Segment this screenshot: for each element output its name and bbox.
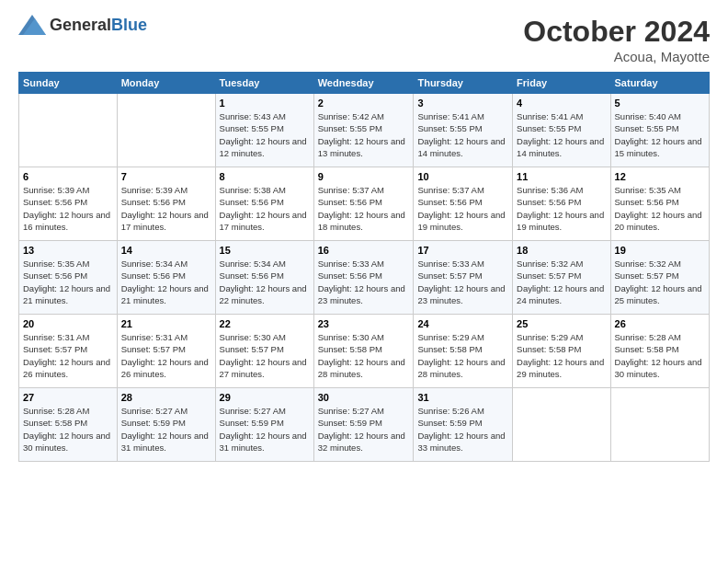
calendar-cell [117, 94, 215, 167]
day-number: 21 [121, 318, 211, 329]
day-number: 25 [517, 318, 606, 329]
day-info: Sunrise: 5:41 AMSunset: 5:55 PMDaylight:… [417, 110, 508, 159]
day-info: Sunrise: 5:29 AMSunset: 5:58 PMDaylight:… [517, 331, 606, 380]
day-info: Sunrise: 5:43 AMSunset: 5:55 PMDaylight:… [220, 110, 310, 159]
day-number: 15 [220, 245, 310, 256]
day-info: Sunrise: 5:35 AMSunset: 5:56 PMDaylight:… [615, 184, 705, 233]
day-info: Sunrise: 5:26 AMSunset: 5:59 PMDaylight:… [417, 405, 508, 454]
day-info: Sunrise: 5:42 AMSunset: 5:55 PMDaylight:… [318, 110, 410, 159]
day-number: 1 [220, 98, 310, 109]
day-number: 12 [615, 171, 705, 182]
day-info: Sunrise: 5:27 AMSunset: 5:59 PMDaylight:… [220, 405, 310, 454]
day-info: Sunrise: 5:32 AMSunset: 5:57 PMDaylight:… [615, 258, 705, 306]
day-number: 31 [417, 392, 508, 403]
calendar-cell: 5Sunrise: 5:40 AMSunset: 5:55 PMDaylight… [610, 94, 709, 167]
calendar-cell: 9Sunrise: 5:37 AMSunset: 5:56 PMDaylight… [313, 167, 414, 241]
weekday-header: Saturday [610, 73, 709, 94]
day-info: Sunrise: 5:28 AMSunset: 5:58 PMDaylight:… [615, 331, 705, 380]
day-number: 6 [23, 171, 113, 182]
calendar-cell: 2Sunrise: 5:42 AMSunset: 5:55 PMDaylight… [313, 94, 414, 167]
calendar-cell: 11Sunrise: 5:36 AMSunset: 5:56 PMDayligh… [513, 167, 610, 241]
calendar-week-row: 1Sunrise: 5:43 AMSunset: 5:55 PMDaylight… [19, 94, 710, 167]
calendar-cell: 21Sunrise: 5:31 AMSunset: 5:57 PMDayligh… [117, 315, 215, 388]
calendar-cell: 8Sunrise: 5:38 AMSunset: 5:56 PMDaylight… [215, 167, 313, 241]
header: GeneralBlue October 2024 Acoua, Mayotte [18, 15, 710, 64]
calendar-cell [513, 388, 610, 462]
calendar-cell: 6Sunrise: 5:39 AMSunset: 5:56 PMDaylight… [19, 167, 118, 241]
day-info: Sunrise: 5:27 AMSunset: 5:59 PMDaylight:… [318, 405, 410, 454]
calendar-cell: 29Sunrise: 5:27 AMSunset: 5:59 PMDayligh… [215, 388, 313, 462]
day-info: Sunrise: 5:34 AMSunset: 5:56 PMDaylight:… [220, 258, 310, 306]
day-info: Sunrise: 5:37 AMSunset: 5:56 PMDaylight:… [417, 184, 508, 233]
calendar-cell: 14Sunrise: 5:34 AMSunset: 5:56 PMDayligh… [117, 241, 215, 315]
day-number: 2 [318, 98, 410, 109]
day-info: Sunrise: 5:37 AMSunset: 5:56 PMDaylight:… [318, 184, 410, 233]
page-container: GeneralBlue October 2024 Acoua, Mayotte … [0, 0, 728, 471]
calendar-cell: 22Sunrise: 5:30 AMSunset: 5:57 PMDayligh… [215, 315, 313, 388]
calendar-cell: 16Sunrise: 5:33 AMSunset: 5:56 PMDayligh… [313, 241, 414, 315]
calendar-cell: 20Sunrise: 5:31 AMSunset: 5:57 PMDayligh… [19, 315, 118, 388]
day-number: 26 [615, 318, 705, 329]
day-number: 13 [23, 245, 113, 256]
day-info: Sunrise: 5:30 AMSunset: 5:58 PMDaylight:… [318, 331, 410, 380]
day-info: Sunrise: 5:30 AMSunset: 5:57 PMDaylight:… [220, 331, 310, 380]
day-number: 7 [121, 171, 211, 182]
calendar-cell: 7Sunrise: 5:39 AMSunset: 5:56 PMDaylight… [117, 167, 215, 241]
calendar-cell: 17Sunrise: 5:33 AMSunset: 5:57 PMDayligh… [414, 241, 513, 315]
logo-blue: Blue [111, 16, 147, 34]
day-info: Sunrise: 5:38 AMSunset: 5:56 PMDaylight:… [220, 184, 310, 233]
day-number: 14 [121, 245, 211, 256]
calendar-cell: 13Sunrise: 5:35 AMSunset: 5:56 PMDayligh… [19, 241, 118, 315]
logo: GeneralBlue [18, 15, 147, 35]
day-number: 29 [220, 392, 310, 403]
logo-icon [18, 15, 46, 35]
day-number: 3 [417, 98, 508, 109]
logo-text: GeneralBlue [50, 16, 147, 35]
day-number: 5 [615, 98, 705, 109]
calendar-cell: 27Sunrise: 5:28 AMSunset: 5:58 PMDayligh… [19, 388, 118, 462]
day-number: 16 [318, 245, 410, 256]
calendar-cell: 31Sunrise: 5:26 AMSunset: 5:59 PMDayligh… [414, 388, 513, 462]
logo-general: General [50, 16, 111, 34]
weekday-header: Tuesday [215, 73, 313, 94]
calendar-cell: 18Sunrise: 5:32 AMSunset: 5:57 PMDayligh… [513, 241, 610, 315]
day-info: Sunrise: 5:32 AMSunset: 5:57 PMDaylight:… [517, 258, 606, 306]
day-number: 30 [318, 392, 410, 403]
day-number: 22 [220, 318, 310, 329]
day-number: 28 [121, 392, 211, 403]
title-block: October 2024 Acoua, Mayotte [523, 15, 710, 64]
day-number: 10 [417, 171, 508, 182]
weekday-header: Monday [117, 73, 215, 94]
calendar-cell: 24Sunrise: 5:29 AMSunset: 5:58 PMDayligh… [414, 315, 513, 388]
day-number: 18 [517, 245, 606, 256]
calendar-cell: 3Sunrise: 5:41 AMSunset: 5:55 PMDaylight… [414, 94, 513, 167]
day-info: Sunrise: 5:41 AMSunset: 5:55 PMDaylight:… [517, 110, 606, 159]
day-number: 17 [417, 245, 508, 256]
calendar-cell [610, 388, 709, 462]
calendar-cell: 30Sunrise: 5:27 AMSunset: 5:59 PMDayligh… [313, 388, 414, 462]
calendar-cell: 15Sunrise: 5:34 AMSunset: 5:56 PMDayligh… [215, 241, 313, 315]
day-info: Sunrise: 5:31 AMSunset: 5:57 PMDaylight:… [121, 331, 211, 380]
day-number: 4 [517, 98, 606, 109]
calendar-cell: 4Sunrise: 5:41 AMSunset: 5:55 PMDaylight… [513, 94, 610, 167]
day-info: Sunrise: 5:35 AMSunset: 5:56 PMDaylight:… [23, 258, 113, 306]
calendar-week-row: 27Sunrise: 5:28 AMSunset: 5:58 PMDayligh… [19, 388, 710, 462]
day-number: 23 [318, 318, 410, 329]
day-number: 19 [615, 245, 705, 256]
day-info: Sunrise: 5:27 AMSunset: 5:59 PMDaylight:… [121, 405, 211, 454]
day-info: Sunrise: 5:34 AMSunset: 5:56 PMDaylight:… [121, 258, 211, 306]
calendar-cell [19, 94, 118, 167]
day-info: Sunrise: 5:39 AMSunset: 5:56 PMDaylight:… [23, 184, 113, 233]
calendar-cell: 19Sunrise: 5:32 AMSunset: 5:57 PMDayligh… [610, 241, 709, 315]
calendar-cell: 1Sunrise: 5:43 AMSunset: 5:55 PMDaylight… [215, 94, 313, 167]
calendar-cell: 10Sunrise: 5:37 AMSunset: 5:56 PMDayligh… [414, 167, 513, 241]
day-number: 11 [517, 171, 606, 182]
day-info: Sunrise: 5:31 AMSunset: 5:57 PMDaylight:… [23, 331, 113, 380]
day-number: 9 [318, 171, 410, 182]
day-info: Sunrise: 5:28 AMSunset: 5:58 PMDaylight:… [23, 405, 113, 454]
day-info: Sunrise: 5:33 AMSunset: 5:56 PMDaylight:… [318, 258, 410, 306]
calendar-table: SundayMondayTuesdayWednesdayThursdayFrid… [18, 72, 710, 462]
day-info: Sunrise: 5:33 AMSunset: 5:57 PMDaylight:… [417, 258, 508, 306]
calendar-week-row: 13Sunrise: 5:35 AMSunset: 5:56 PMDayligh… [19, 241, 710, 315]
calendar-cell: 28Sunrise: 5:27 AMSunset: 5:59 PMDayligh… [117, 388, 215, 462]
